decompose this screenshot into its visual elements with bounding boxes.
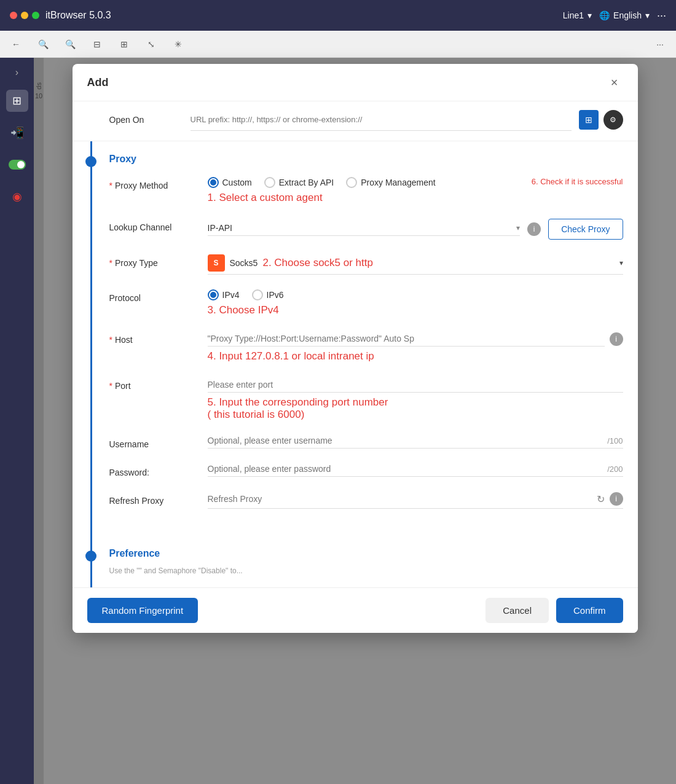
sidebar-item-fingerprint[interactable]: ◉ bbox=[6, 186, 28, 208]
modal-body: Open On ⊞ ⚙ bbox=[73, 101, 638, 587]
lookup-row: IP-API ▾ i Check Proxy bbox=[208, 219, 623, 240]
cancel-btn[interactable]: Cancel bbox=[485, 598, 549, 623]
maximize-window-btn[interactable] bbox=[32, 12, 39, 19]
lookup-select-wrapper: IP-API ▾ bbox=[208, 223, 521, 236]
modal-close-btn[interactable]: × bbox=[606, 74, 623, 91]
proxy-type-row: * Proxy Type S bbox=[109, 254, 623, 275]
more-options-icon[interactable]: ··· bbox=[657, 9, 666, 22]
proxy-type-value: Socks5 bbox=[230, 258, 258, 268]
port-input[interactable] bbox=[208, 377, 623, 393]
main-layout: › ⊞ 📲 ◉ ds 10 Add × bbox=[0, 58, 676, 784]
required-star-host: * bbox=[109, 335, 112, 345]
footer-right: Cancel Confirm bbox=[485, 598, 623, 623]
refresh-icon[interactable]: ↻ bbox=[597, 493, 605, 505]
username-label-text: Username bbox=[109, 439, 149, 449]
choose-sock5-annotation: 2. Choose sock5 or http bbox=[262, 257, 373, 269]
proxy-method-extract[interactable]: Extract By API bbox=[264, 177, 334, 188]
host-row: * Host i bbox=[109, 331, 623, 363]
username-input[interactable] bbox=[208, 436, 608, 445]
host-label: * Host bbox=[109, 331, 208, 345]
proxy-section-indicator bbox=[73, 141, 109, 536]
sidebar-toggle[interactable]: › bbox=[8, 65, 26, 80]
port-control: 5. Input the corresponding port number (… bbox=[208, 377, 623, 421]
radio-management-circle bbox=[346, 177, 357, 188]
protocol-ipv6[interactable]: IPv6 bbox=[252, 289, 284, 300]
more-btn[interactable]: ··· bbox=[651, 36, 669, 53]
radio-ipv6-label: IPv6 bbox=[267, 290, 284, 300]
lookup-info-icon[interactable]: i bbox=[527, 222, 541, 236]
password-input[interactable] bbox=[208, 464, 608, 474]
host-info-symbol: i bbox=[615, 335, 617, 343]
password-input-wrapper: /200 bbox=[208, 464, 623, 477]
language-label: English bbox=[613, 10, 642, 20]
proxy-type-dropdown-arrow[interactable]: ▾ bbox=[619, 259, 623, 267]
check-success-annotation: 6. Check if it is successful bbox=[532, 177, 623, 186]
globe-icon: 🌐 bbox=[599, 10, 610, 20]
modal-title: Add bbox=[87, 76, 109, 89]
refresh-proxy-input[interactable] bbox=[208, 494, 592, 504]
radio-ipv4-circle bbox=[208, 289, 219, 300]
random-fingerprint-btn[interactable]: Random Fingerprint bbox=[87, 598, 198, 623]
proxy-type-label: * Proxy Type bbox=[109, 254, 208, 268]
port-row: * Port 5. Input the corresponding port n… bbox=[109, 377, 623, 421]
host-input[interactable] bbox=[208, 331, 605, 347]
open-on-input[interactable] bbox=[191, 109, 572, 131]
refresh-proxy-input-wrapper: ↻ i bbox=[208, 492, 623, 509]
host-info-icon[interactable]: i bbox=[610, 332, 623, 346]
lookup-channel-control: IP-API ▾ i Check Proxy bbox=[208, 219, 623, 240]
line-selector[interactable]: Line1 ▾ bbox=[563, 10, 592, 20]
browser-toolbar: ← 🔍 🔍 ⊟ ⊞ ⤡ ✳ ··· bbox=[0, 31, 676, 58]
modal-dialog: Add × Open On ⊞ ⚙ bbox=[73, 64, 638, 633]
minimize-window-btn[interactable] bbox=[21, 12, 28, 19]
zoom-out-btn[interactable]: 🔍 bbox=[34, 36, 52, 53]
open-on-icon-btn-1[interactable]: ⊞ bbox=[579, 110, 599, 130]
proxy-method-label: * Proxy Method bbox=[109, 177, 208, 190]
sidebar-item-browser[interactable]: ⊞ bbox=[6, 90, 28, 112]
back-btn[interactable]: ← bbox=[7, 36, 25, 53]
host-label-text: Host bbox=[115, 335, 133, 345]
proxy-section-wrapper: Proxy 6. Check if it is successful * bbox=[73, 141, 638, 536]
proxy-method-custom[interactable]: Custom bbox=[208, 177, 252, 188]
zoom-in-btn[interactable]: 🔍 bbox=[61, 36, 79, 53]
preference-hint: Use the "" and Semaphore "Disable" to... bbox=[109, 566, 623, 575]
socks5-badge-letter: S bbox=[213, 259, 218, 267]
radio-management-label: Proxy Management bbox=[361, 178, 435, 187]
username-control: /100 bbox=[208, 436, 623, 449]
radio-extract-circle bbox=[264, 177, 275, 188]
select-custom-annotation: 1. Select a custom agent bbox=[208, 192, 623, 204]
password-row: Password: /200 bbox=[109, 464, 623, 477]
proxy-method-row: 6. Check if it is successful * Proxy Met… bbox=[109, 177, 623, 204]
open-on-icon-btn-2[interactable]: ⚙ bbox=[603, 110, 623, 130]
protocol-label-text: Protocol bbox=[109, 293, 141, 303]
resize-btn[interactable]: ⤡ bbox=[143, 36, 160, 53]
lookup-channel-select[interactable]: IP-API bbox=[208, 223, 517, 233]
preference-section-indicator bbox=[73, 536, 109, 587]
confirm-btn[interactable]: Confirm bbox=[556, 598, 623, 623]
tab-btn[interactable]: ⊞ bbox=[116, 36, 133, 53]
radio-custom-circle bbox=[208, 177, 219, 188]
sidebar-item-toggle[interactable] bbox=[6, 154, 28, 176]
open-on-row: Open On ⊞ ⚙ bbox=[73, 101, 638, 141]
refresh-info-symbol: i bbox=[615, 495, 617, 503]
close-window-btn[interactable] bbox=[10, 12, 17, 19]
proxy-type-control: S Socks5 2. Choose sock5 or http ▾ bbox=[208, 254, 623, 275]
line-dropdown-icon: ▾ bbox=[588, 10, 592, 20]
window-btn[interactable]: ⊟ bbox=[88, 36, 106, 53]
proxy-method-management[interactable]: Proxy Management bbox=[346, 177, 435, 188]
check-proxy-btn[interactable]: Check Proxy bbox=[548, 219, 623, 240]
language-selector[interactable]: 🌐 English ▾ bbox=[599, 10, 650, 20]
password-control: /200 bbox=[208, 464, 623, 477]
sections-inner: Proxy 6. Check if it is successful * bbox=[73, 141, 638, 587]
password-counter: /200 bbox=[607, 465, 623, 474]
proxy-type-label-text: Proxy Type bbox=[115, 258, 158, 268]
open-on-label: Open On bbox=[109, 115, 183, 125]
proxy-section-header: Proxy bbox=[109, 154, 623, 165]
tool-btn[interactable]: ✳ bbox=[170, 36, 187, 53]
proxy-section-content: Proxy 6. Check if it is successful * bbox=[109, 141, 638, 536]
password-label: Password: bbox=[109, 464, 208, 477]
required-star-type: * bbox=[109, 258, 112, 268]
refresh-proxy-info-icon[interactable]: i bbox=[610, 492, 623, 506]
preference-blue-dot bbox=[85, 551, 96, 562]
protocol-ipv4[interactable]: IPv4 bbox=[208, 289, 240, 300]
sidebar-item-device[interactable]: 📲 bbox=[6, 122, 28, 144]
